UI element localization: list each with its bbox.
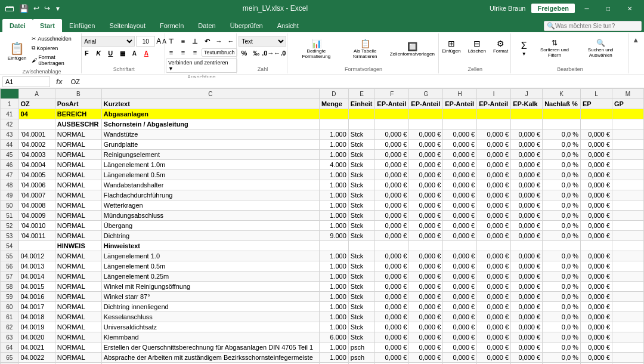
cell-i[interactable]: 0,000 € xyxy=(477,343,511,353)
cell-c[interactable]: Hinweistext xyxy=(101,241,319,251)
cell-c[interactable]: Mündungsabschluss xyxy=(101,211,319,221)
sort-filter-button[interactable]: ⇅ Sortieren und Filtern xyxy=(534,37,576,60)
cell-d[interactable]: 1.000 xyxy=(319,211,348,221)
font-size-input[interactable] xyxy=(136,36,155,47)
cell-d[interactable]: Menge xyxy=(319,99,348,109)
cell-b[interactable]: NORMAL xyxy=(55,221,101,231)
cell-g[interactable]: 0,000 € xyxy=(409,170,443,180)
cell-m[interactable] xyxy=(612,292,643,302)
cell-i[interactable]: 0,000 € xyxy=(477,272,511,282)
align-left-button[interactable]: ≡ xyxy=(166,47,177,58)
cell-b[interactable]: NORMAL xyxy=(55,302,101,312)
cell-d[interactable]: 1.000 xyxy=(319,312,348,322)
cell-k[interactable]: 0,0 % xyxy=(543,272,581,282)
cell-m[interactable] xyxy=(612,129,643,140)
cell-l[interactable]: 0,000 € xyxy=(580,292,612,302)
cell-c[interactable]: Absprache der Arbeiten mit zuständigem B… xyxy=(101,353,319,363)
cell-l[interactable]: 0,000 € xyxy=(580,251,612,261)
cell-i[interactable]: 0,000 € xyxy=(477,200,511,211)
cell-d[interactable] xyxy=(319,119,348,129)
tab-uberpruefen[interactable]: Überprüfen xyxy=(223,19,270,32)
conditional-format-button[interactable]: 📊 Bedingte Formatierung xyxy=(292,37,340,61)
cell-c[interactable]: Kurztext xyxy=(101,99,319,109)
cell-g[interactable]: 0,000 € xyxy=(409,180,443,190)
cell-j[interactable]: 0,000 € xyxy=(511,200,543,211)
decimal-inc-button[interactable]: .0→ xyxy=(262,48,273,58)
cell-b[interactable]: NORMAL xyxy=(55,150,101,160)
cell-d[interactable]: 4.000 xyxy=(319,160,348,170)
cell-b[interactable]: NORMAL xyxy=(55,353,101,363)
cell-a[interactable]: '04.0001 xyxy=(18,129,55,140)
cell-k[interactable]: 0,0 % xyxy=(543,190,581,200)
align-bottom-button[interactable]: ⊥ xyxy=(190,36,200,47)
cell-c[interactable]: Längenelement 0.25m xyxy=(101,272,319,282)
tab-ansicht[interactable]: Ansicht xyxy=(270,19,306,32)
cell-h[interactable]: 0,000 € xyxy=(443,282,477,292)
cell-g[interactable]: 0,000 € xyxy=(409,302,443,312)
col-header-l[interactable]: L xyxy=(580,89,612,99)
cell-l[interactable] xyxy=(580,241,612,251)
cell-e[interactable]: Stck xyxy=(348,312,374,322)
cell-l[interactable]: 0,000 € xyxy=(580,129,612,140)
cell-g[interactable]: 0,000 € xyxy=(409,332,443,343)
cell-e[interactable]: Stck xyxy=(348,251,374,261)
cell-l[interactable]: 0,000 € xyxy=(580,261,612,272)
cell-b[interactable]: NORMAL xyxy=(55,200,101,211)
border-button[interactable]: ▦ xyxy=(117,48,128,58)
cell-l[interactable]: 0,000 € xyxy=(580,332,612,343)
cell-a[interactable]: 04.0012 xyxy=(18,251,55,261)
cell-h[interactable]: 0,000 € xyxy=(443,170,477,180)
cell-i[interactable] xyxy=(477,109,511,119)
cell-h[interactable]: 0,000 € xyxy=(443,343,477,353)
cell-f[interactable]: 0,000 € xyxy=(375,180,409,190)
cell-m[interactable] xyxy=(612,282,643,292)
cell-j[interactable]: 0,000 € xyxy=(511,322,543,332)
cell-i[interactable]: 0,000 € xyxy=(477,292,511,302)
cell-f[interactable]: 0,000 € xyxy=(375,140,409,150)
format-painter-button[interactable]: 🖌Format übertragen xyxy=(29,53,78,67)
cell-d[interactable]: 1.000 xyxy=(319,353,348,363)
cell-i[interactable]: 0,000 € xyxy=(477,211,511,221)
cell-c[interactable]: Universaldichtsatz xyxy=(101,322,319,332)
col-header-d[interactable]: D xyxy=(319,89,348,99)
cell-m[interactable] xyxy=(612,261,643,272)
cell-k[interactable] xyxy=(543,119,581,129)
col-header-m[interactable]: M xyxy=(612,89,643,99)
cell-b[interactable]: NORMAL xyxy=(55,129,101,140)
cell-a[interactable] xyxy=(18,241,55,251)
cell-i[interactable]: 0,000 € xyxy=(477,221,511,231)
cell-i[interactable]: 0,000 € xyxy=(477,251,511,261)
cell-b[interactable]: PosArt xyxy=(55,99,101,109)
cell-j[interactable]: 0,000 € xyxy=(511,332,543,343)
cell-l[interactable]: 0,000 € xyxy=(580,170,612,180)
cell-d[interactable] xyxy=(319,109,348,119)
cell-d[interactable]: 1.000 xyxy=(319,180,348,190)
indent-dec-button[interactable]: ← xyxy=(225,36,236,47)
cell-g[interactable]: 0,000 € xyxy=(409,129,443,140)
cell-e[interactable]: Stck xyxy=(348,282,374,292)
cell-h[interactable]: 0,000 € xyxy=(443,160,477,170)
cell-l[interactable]: EP xyxy=(580,99,612,109)
cell-d[interactable]: 1.000 xyxy=(319,170,348,180)
col-header-c[interactable]: C xyxy=(101,89,319,99)
cell-j[interactable] xyxy=(511,109,543,119)
cell-j[interactable]: 0,000 € xyxy=(511,129,543,140)
cell-b[interactable]: NORMAL xyxy=(55,261,101,272)
cell-i[interactable]: 0,000 € xyxy=(477,231,511,241)
cell-b[interactable]: NORMAL xyxy=(55,180,101,190)
underline-button[interactable]: U xyxy=(105,48,116,58)
cell-i[interactable]: 0,000 € xyxy=(477,322,511,332)
cell-h[interactable]: 0,000 € xyxy=(443,312,477,322)
cell-m[interactable]: GP xyxy=(612,99,643,109)
cell-c[interactable]: Dichtring innenliegend xyxy=(101,302,319,312)
cell-a[interactable]: '04.0005 xyxy=(18,170,55,180)
cell-c[interactable]: Längenelement 0.5m xyxy=(101,170,319,180)
cell-f[interactable]: 0,000 € xyxy=(375,322,409,332)
cell-b[interactable]: HINWEIS xyxy=(55,241,101,251)
cell-c[interactable]: Wandabstandshalter xyxy=(101,180,319,190)
cell-m[interactable] xyxy=(612,353,643,363)
formula-input[interactable] xyxy=(69,78,642,86)
cell-d[interactable]: 1.000 xyxy=(319,261,348,272)
cell-h[interactable]: 0,000 € xyxy=(443,150,477,160)
cell-i[interactable]: 0,000 € xyxy=(477,261,511,272)
